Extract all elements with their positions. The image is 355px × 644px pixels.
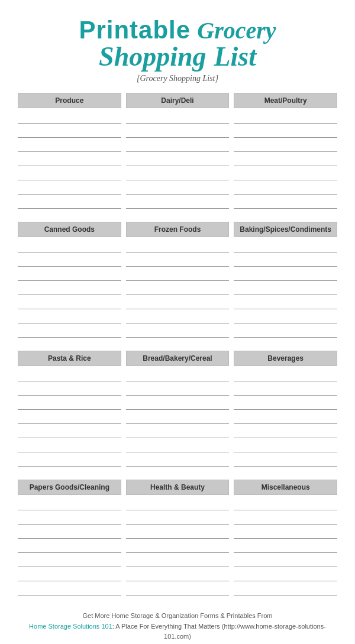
line-row — [126, 439, 230, 452]
line-row — [234, 540, 337, 553]
category-header-baking-spices: Baking/Spices/Condiments — [234, 222, 337, 237]
line-row — [126, 125, 230, 138]
line-row — [18, 111, 121, 124]
title-list: List — [214, 41, 256, 72]
category-header-produce: Produce — [18, 93, 121, 108]
line-row — [126, 182, 230, 195]
category-header-beverages: Beverages — [234, 351, 337, 366]
page-header: Printable Grocery Shopping List {Grocery… — [12, 12, 343, 93]
line-row — [18, 196, 121, 209]
category-frozen-foods: Frozen Foods — [126, 222, 230, 339]
line-row — [234, 268, 337, 281]
line-row — [234, 425, 337, 438]
category-bread-bakery: Bread/Bakery/Cereal — [126, 351, 230, 468]
line-row — [18, 153, 121, 166]
line-row — [126, 411, 230, 424]
line-row — [126, 111, 230, 124]
line-row — [18, 454, 121, 467]
category-produce: Produce — [18, 93, 121, 210]
category-header-bread-bakery: Bread/Bakery/Cereal — [126, 351, 230, 366]
line-row — [234, 240, 337, 253]
line-row — [18, 139, 121, 152]
line-row — [234, 167, 337, 180]
category-canned-goods: Canned Goods — [18, 222, 121, 339]
line-row — [126, 383, 230, 396]
line-row — [18, 512, 121, 525]
line-row — [18, 425, 121, 438]
line-row — [18, 254, 121, 267]
footer-promo-text: Get More Home Storage & Organization For… — [18, 611, 337, 622]
title-printable: Printable — [79, 16, 191, 44]
line-row — [126, 512, 230, 525]
line-row — [18, 568, 121, 581]
line-row — [18, 282, 121, 295]
line-row — [126, 368, 230, 381]
line-row — [18, 296, 121, 309]
line-row — [18, 497, 121, 510]
line-row — [18, 540, 121, 553]
line-row — [18, 240, 121, 253]
footer-brand-link: Home Storage Solutions 101: A Place For … — [18, 622, 337, 642]
footer-brand-tagline: : A Place For Everything That Matters (h… — [112, 623, 326, 640]
title-line2: Shopping List — [12, 43, 343, 70]
line-row — [126, 582, 230, 596]
line-row — [126, 310, 230, 323]
line-row — [234, 296, 337, 309]
line-row — [18, 439, 121, 452]
line-row — [126, 282, 230, 295]
category-miscellaneous: Miscellaneous — [234, 480, 337, 597]
line-row — [234, 111, 337, 124]
line-row — [234, 125, 337, 138]
category-header-miscellaneous: Miscellaneous — [234, 480, 337, 495]
category-health-beauty: Health & Beauty — [126, 480, 230, 597]
category-grid-row1: Produce Dairy/Deli Meat/Poultry — [18, 93, 337, 216]
category-meat-poultry: Meat/Poultry — [234, 93, 337, 210]
footer-brand-name[interactable]: Home Storage Solutions 101 — [29, 623, 112, 630]
line-row — [126, 497, 230, 510]
line-row — [18, 167, 121, 180]
category-grid-row3: Pasta & Rice Bread/Bakery/Cereal Beverag… — [18, 351, 337, 474]
category-header-health-beauty: Health & Beauty — [126, 480, 230, 495]
category-baking-spices: Baking/Spices/Condiments — [234, 222, 337, 339]
category-header-meat-poultry: Meat/Poultry — [234, 93, 337, 108]
line-row — [234, 568, 337, 581]
line-row — [234, 454, 337, 467]
line-row — [18, 310, 121, 323]
line-row — [126, 139, 230, 152]
line-row — [126, 568, 230, 581]
line-row — [126, 425, 230, 438]
line-row — [126, 325, 230, 338]
line-row — [234, 554, 337, 567]
line-row — [234, 526, 337, 539]
line-row — [126, 554, 230, 567]
line-row — [126, 268, 230, 281]
category-header-pasta-rice: Pasta & Rice — [18, 351, 121, 366]
line-row — [18, 411, 121, 424]
line-row — [18, 125, 121, 138]
title-grocery: Grocery — [197, 17, 276, 44]
footer: Get More Home Storage & Organization For… — [12, 611, 343, 644]
line-row — [126, 397, 230, 410]
line-row — [126, 240, 230, 253]
line-row — [234, 254, 337, 267]
line-row — [234, 397, 337, 410]
line-row — [234, 153, 337, 166]
title-line1: Printable Grocery — [12, 18, 343, 43]
line-row — [126, 167, 230, 180]
line-row — [126, 254, 230, 267]
line-row — [18, 368, 121, 381]
line-row — [234, 582, 337, 596]
category-dairy-deli: Dairy/Deli — [126, 93, 230, 210]
line-row — [234, 439, 337, 452]
line-row — [234, 411, 337, 424]
line-row — [126, 196, 230, 209]
line-row — [234, 182, 337, 195]
line-row — [18, 526, 121, 539]
line-row — [234, 139, 337, 152]
category-pasta-rice: Pasta & Rice — [18, 351, 121, 468]
line-row — [126, 296, 230, 309]
line-row — [234, 282, 337, 295]
line-row — [18, 268, 121, 281]
line-row — [234, 497, 337, 510]
category-header-canned-goods: Canned Goods — [18, 222, 121, 237]
